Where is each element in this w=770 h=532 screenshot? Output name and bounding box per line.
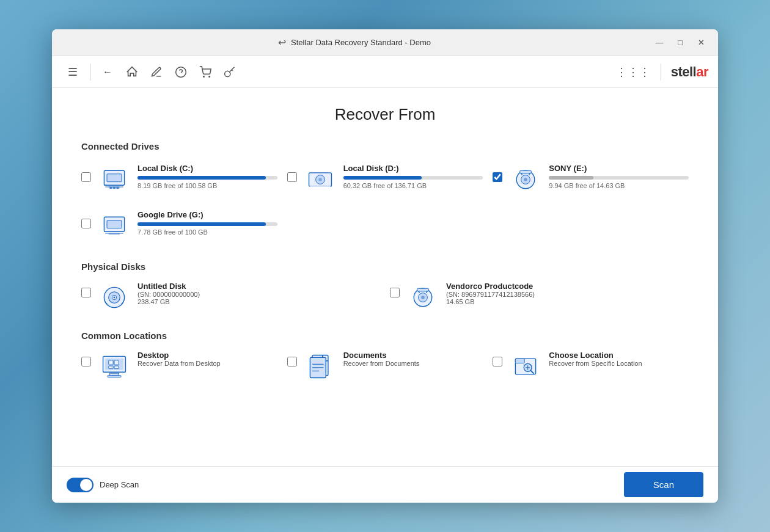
location-choose-checkbox[interactable] — [493, 357, 502, 366]
drive-g-bar-bg — [138, 222, 277, 226]
bottom-bar: Deep Scan Scan — [52, 466, 718, 503]
drive-d-size: 60.32 GB free of 136.71 GB — [343, 182, 483, 189]
key-icon — [224, 66, 236, 78]
drive-e-name: SONY (E:) — [549, 164, 689, 173]
disk-card-1: Untitled Disk (SN: 000000000000) 238.47 … — [81, 282, 380, 313]
main-content: Recover From Connected Drives — [52, 88, 718, 466]
drive-c-bar-fill — [138, 176, 266, 180]
svg-point-0 — [176, 67, 186, 77]
svg-rect-38 — [109, 366, 113, 369]
disk-2-checkbox[interactable] — [390, 288, 400, 297]
disk-2-size: 14.65 GB — [446, 298, 535, 305]
location-documents-checkbox[interactable] — [287, 357, 297, 366]
drive-c-checkbox[interactable] — [81, 172, 91, 182]
title-bar-controls: — □ ✕ — [650, 34, 711, 51]
menu-icon: ☰ — [68, 65, 78, 79]
svg-rect-34 — [110, 373, 119, 376]
drive-d-info: Local Disk (D:) 60.32 GB free of 136.71 … — [343, 164, 483, 189]
drive-e-bar-bg — [549, 176, 689, 180]
svg-rect-15 — [310, 185, 330, 187]
documents-info: Documents Recover from Documents — [343, 351, 420, 367]
common-locations-title: Common Locations — [81, 330, 689, 341]
menu-button[interactable]: ☰ — [62, 61, 84, 83]
choose-location-desc: Recover from Specific Location — [549, 360, 642, 367]
disk-1-info: Untitled Disk (SN: 000000000000) 238.47 … — [138, 282, 200, 305]
drive-e-info: SONY (E:) 9.94 GB free of 14.63 GB — [549, 164, 689, 189]
svg-rect-37 — [114, 360, 119, 365]
disk-card-2: Vendorco Productcode (SN: 89697911774121… — [390, 282, 689, 313]
app-window: ↩ Stellar Data Recovery Standard - Demo … — [52, 29, 718, 503]
svg-rect-21 — [107, 220, 122, 228]
desktop-icon — [98, 351, 130, 382]
disk-2-icon — [407, 282, 439, 313]
disk-2-name: Vendorco Productcode — [446, 282, 535, 291]
drives-grid: Local Disk (C:) 8.19 GB free of 100.58 G… — [81, 161, 689, 244]
toolbar-divider-1 — [90, 64, 90, 81]
drive-card-e: SONY (E:) 9.94 GB free of 14.63 GB — [493, 161, 689, 198]
drive-d-bar-bg — [343, 176, 483, 180]
home-button[interactable] — [121, 61, 143, 83]
toolbar: ☰ ← — [52, 56, 718, 88]
connected-drives-title: Connected Drives — [81, 141, 689, 151]
documents-icon — [304, 351, 336, 382]
edit-icon — [150, 66, 163, 78]
home-icon — [125, 65, 139, 79]
svg-point-18 — [524, 178, 528, 181]
location-desktop-checkbox[interactable] — [81, 357, 91, 366]
disk-1-name: Untitled Disk — [138, 282, 200, 291]
window-title: Stellar Data Recovery Standard - Demo — [291, 38, 431, 47]
close-button[interactable]: ✕ — [691, 34, 711, 51]
svg-rect-49 — [516, 359, 525, 363]
drive-d-name: Local Disk (D:) — [343, 164, 483, 173]
page-title: Recover From — [81, 105, 689, 124]
drive-g-size: 7.78 GB free of 100 GB — [138, 228, 277, 236]
drive-g-icon — [98, 210, 130, 242]
disk-2-info: Vendorco Productcode (SN: 89697911774121… — [446, 282, 535, 305]
disks-grid: Untitled Disk (SN: 000000000000) 238.47 … — [81, 282, 689, 313]
toolbar-divider-2 — [661, 64, 661, 81]
physical-disks-section: Physical Disks — [81, 261, 689, 313]
desktop-desc: Recover Data from Desktop — [138, 360, 221, 367]
location-card-choose: Choose Location Recover from Specific Lo… — [493, 351, 689, 382]
help-button[interactable] — [170, 61, 192, 83]
minimize-button[interactable]: — — [650, 34, 669, 51]
connected-drives-section: Connected Drives — [81, 141, 689, 244]
maximize-button[interactable]: □ — [670, 34, 690, 51]
disk-1-size: 238.47 GB — [138, 298, 200, 305]
drive-g-name: Google Drive (G:) — [138, 210, 277, 219]
back-icon: ← — [103, 67, 112, 78]
svg-rect-9 — [110, 188, 112, 189]
drive-d-checkbox[interactable] — [287, 172, 297, 182]
deep-scan-toggle[interactable] — [67, 478, 94, 492]
choose-location-icon — [510, 351, 541, 382]
svg-rect-10 — [113, 188, 116, 189]
drive-e-size: 9.94 GB free of 14.63 GB — [549, 182, 689, 189]
drive-g-checkbox[interactable] — [81, 219, 91, 228]
key-button[interactable] — [219, 61, 241, 83]
drive-card-c: Local Disk (C:) 8.19 GB free of 100.58 G… — [81, 161, 277, 198]
drive-g-bar-fill — [138, 222, 266, 226]
stellar-logo: stellar — [671, 64, 708, 80]
disk-1-checkbox[interactable] — [81, 288, 91, 297]
physical-disks-title: Physical Disks — [81, 261, 689, 272]
drive-d-icon — [304, 164, 336, 195]
disk-2-sn: (SN: 8969791177412138566) — [446, 291, 535, 298]
title-bar: ↩ Stellar Data Recovery Standard - Demo … — [52, 29, 718, 56]
cart-button[interactable] — [194, 61, 216, 83]
desktop-name: Desktop — [138, 351, 221, 360]
back-button[interactable]: ← — [97, 61, 119, 83]
drive-c-icon — [98, 164, 130, 195]
scan-button[interactable]: Scan — [624, 472, 703, 497]
cart-icon — [199, 66, 211, 78]
svg-point-4 — [225, 71, 230, 76]
deep-scan-toggle-wrap: Deep Scan — [67, 478, 139, 492]
edit-button[interactable] — [145, 61, 167, 83]
documents-name: Documents — [343, 351, 420, 360]
drive-d-bar-fill — [343, 176, 422, 180]
drive-c-bar-bg — [138, 176, 277, 180]
disk-1-sn: (SN: 000000000000) — [138, 291, 200, 298]
drive-g-info: Google Drive (G:) 7.78 GB free of 100 GB — [138, 210, 277, 236]
drive-c-name: Local Disk (C:) — [138, 164, 277, 173]
svg-point-2 — [204, 76, 205, 77]
drive-e-checkbox[interactable] — [493, 172, 502, 182]
